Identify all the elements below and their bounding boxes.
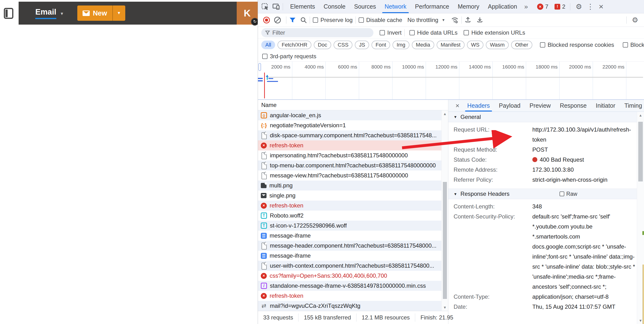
new-message-dropdown[interactable]: ▼ (113, 6, 125, 21)
request-row[interactable]: ×css?family=Open+Sans:300,400,400i,600,7… (258, 271, 448, 281)
export-har-icon[interactable] (476, 17, 483, 24)
scroll-up-icon[interactable]: ▲ (442, 112, 448, 116)
request-row[interactable]: {:}negotiate?negotiateVersion=1 (258, 120, 448, 130)
type-filter-manifest[interactable]: Manifest (437, 41, 464, 49)
blocked-cookies-checkbox[interactable] (540, 42, 545, 48)
request-row[interactable]: multi.png (258, 180, 448, 191)
network-conditions-icon[interactable] (451, 16, 458, 24)
request-row[interactable]: single.png (258, 191, 448, 201)
filter-funnel-icon[interactable] (289, 17, 296, 24)
request-row[interactable]: message-header.component.html?cachebust=… (258, 241, 448, 251)
request-row[interactable]: disk-space-summary.component.html?cacheb… (258, 130, 448, 140)
device-toolbar-icon[interactable] (272, 3, 280, 11)
invert-checkbox[interactable] (380, 30, 385, 35)
scrollbar-thumb[interactable] (638, 122, 643, 181)
hide-extension-urls-checkbox[interactable] (464, 30, 469, 35)
request-row[interactable]: impersonating.html?cachebust=63858117548… (258, 150, 448, 160)
tab-application[interactable]: Application (484, 0, 521, 13)
request-url-value[interactable]: http://172.30.100.3/api/v1/auth/refresh-… (532, 125, 637, 145)
search-icon[interactable] (300, 17, 307, 24)
throttling-dropdown[interactable]: No throttling ▼ (407, 17, 445, 24)
general-section-header[interactable]: ▼ General (448, 112, 637, 122)
tab-headers[interactable]: Headers (463, 100, 494, 112)
type-filter-fetch-xhr[interactable]: Fetch/XHR (278, 41, 312, 49)
tab-memory[interactable]: Memory (453, 0, 484, 13)
inspect-element-icon[interactable] (261, 3, 269, 11)
new-message-button[interactable]: New ▼ (77, 6, 125, 21)
more-tabs-icon[interactable]: » (521, 3, 531, 11)
type-filter-css[interactable]: CSS (334, 41, 352, 49)
settings-gear-icon[interactable]: ⚙ (573, 3, 584, 11)
filter-input[interactable] (272, 29, 370, 36)
request-row[interactable]: top-menu-bar.component.html?cachebust=63… (258, 160, 448, 170)
scroll-up-icon[interactable]: ▲ (637, 113, 644, 117)
request-row[interactable]: Tst-icon-v-1722552980966.woff (258, 221, 448, 231)
tab-response[interactable]: Response (555, 100, 591, 112)
request-row[interactable]: ×refresh-token (258, 201, 448, 211)
close-details-icon[interactable]: × (452, 102, 463, 110)
invert-filter-toggle[interactable]: Invert (380, 29, 402, 36)
network-overview[interactable]: 2000 ms 4000 ms 6000 ms 8000 ms 10000 ms… (258, 62, 644, 100)
tab-initiator[interactable]: Initiator (591, 100, 620, 112)
request-row[interactable]: ⇄mail?id=wgvuCCa-zXriTqszzWqKtg (258, 301, 448, 311)
blocked-cookies-toggle[interactable]: Blocked response cookies (540, 42, 614, 48)
overview-drag-handle[interactable] (258, 63, 261, 71)
request-row[interactable]: message-view.html?cachebust=638581175480… (258, 170, 448, 180)
import-har-icon[interactable] (464, 17, 471, 24)
hide-data-urls-checkbox[interactable] (410, 30, 415, 35)
issues-badge[interactable]: ! 2 (554, 3, 565, 10)
type-filter-wasm[interactable]: Wasm (486, 41, 509, 49)
tab-performance[interactable]: Performance (411, 0, 453, 13)
request-row[interactable]: message-iframe (258, 231, 448, 241)
type-filter-doc[interactable]: Doc (314, 41, 331, 49)
request-row[interactable]: message-iframe (258, 251, 448, 261)
waterfall-overview-graph[interactable] (258, 72, 644, 99)
toolbar-divider (356, 17, 356, 24)
hide-extension-urls-toggle[interactable]: Hide extension URLs (464, 29, 525, 36)
response-headers-section-header[interactable]: ▼ Response Headers Raw (448, 189, 637, 199)
request-row[interactable]: ×refresh-token (258, 291, 448, 301)
tab-payload[interactable]: Payload (494, 100, 525, 112)
avatar[interactable]: K ↻ (237, 2, 258, 25)
type-filter-js[interactable]: JS (355, 41, 369, 49)
scroll-down-icon[interactable]: ▼ (442, 305, 448, 309)
type-filter-all[interactable]: All (261, 41, 275, 49)
hide-data-urls-toggle[interactable]: Hide data URLs (410, 29, 458, 36)
blocked-requests-checkbox[interactable] (623, 42, 628, 48)
close-devtools-icon[interactable]: × (596, 2, 606, 11)
name-column-header[interactable]: Name (258, 100, 448, 110)
tab-network[interactable]: Network (380, 0, 411, 13)
third-party-checkbox[interactable] (262, 54, 268, 59)
request-list-scrollbar[interactable]: ▲ ▼ (442, 110, 448, 311)
email-nav-dropdown[interactable]: Email ▼ (35, 8, 64, 19)
type-filter-ws[interactable]: WS (467, 41, 484, 49)
type-filter-img[interactable]: Img (392, 41, 410, 49)
console-errors-badge[interactable]: × 7 (537, 3, 548, 10)
tab-sources[interactable]: Sources (350, 0, 380, 13)
record-network-log-icon[interactable] (263, 17, 270, 24)
preserve-log-checkbox[interactable] (313, 18, 318, 23)
request-row-selected[interactable]: ×refresh-token (258, 140, 448, 150)
raw-checkbox[interactable] (560, 191, 564, 196)
new-message-main[interactable]: New (77, 6, 112, 21)
request-row[interactable]: TRoboto.woff2 (258, 211, 448, 221)
tab-console[interactable]: Console (319, 0, 350, 13)
clear-network-log-icon[interactable] (274, 17, 281, 24)
request-row[interactable]: user-with-context.component.html?cachebu… (258, 261, 448, 271)
disable-cache-checkbox[interactable] (359, 18, 364, 23)
sidebar-toggle-icon[interactable] (4, 8, 13, 19)
type-filter-other[interactable]: Other (511, 41, 532, 49)
response-headers-section: Content-Length: 348 Content-Security-Pol… (448, 199, 637, 316)
tab-elements[interactable]: Elements (286, 0, 319, 13)
tab-timing[interactable]: Timing (620, 100, 644, 112)
scrollbar-thumb[interactable] (443, 182, 447, 299)
kebab-menu-icon[interactable]: ⋮ (584, 3, 596, 11)
request-row[interactable]: {}angular-locale_en.js (258, 110, 448, 120)
raw-toggle[interactable]: Raw (560, 191, 577, 197)
tab-preview[interactable]: Preview (525, 100, 555, 112)
blocked-requests-toggle[interactable]: Blocked requests (623, 42, 644, 48)
network-settings-gear-icon[interactable]: ⚙ (630, 16, 641, 24)
request-row[interactable]: /standalone-message-iframe-v-63858149781… (258, 281, 448, 291)
type-filter-font[interactable]: Font (372, 41, 390, 49)
type-filter-media[interactable]: Media (412, 41, 434, 49)
